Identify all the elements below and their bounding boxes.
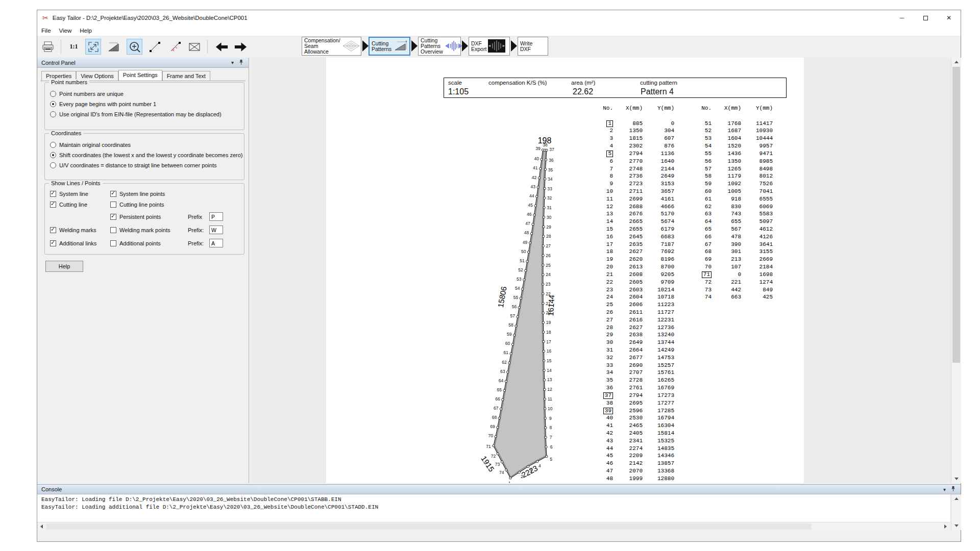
point-number-label: 1: [508, 481, 511, 483]
pattern-point: [543, 340, 545, 342]
zoom-one-to-one-button[interactable]: 1:1: [66, 39, 82, 55]
toolbar: 1:1 Compensation/ Seam AllowanceCutting …: [37, 36, 961, 58]
dxf-export-icon: [488, 39, 505, 54]
checkbox-icon[interactable]: [110, 214, 116, 220]
workflow-step-cutting-patterns[interactable]: Cutting Patterns: [369, 37, 410, 56]
show-pattern-button[interactable]: [106, 39, 121, 55]
point-number-label: 30: [547, 215, 552, 220]
workflow-step-dxf-export[interactable]: DXF Export: [469, 37, 510, 56]
point-numbers-option[interactable]: Use original ID's from EIN-file (Represe…: [50, 111, 244, 117]
print-button[interactable]: [40, 39, 56, 55]
menu-help[interactable]: Help: [76, 28, 96, 34]
pattern-point: [542, 255, 544, 257]
point-number-label: 63: [500, 369, 505, 374]
point-number-label: 37: [549, 147, 554, 152]
point-row: 664784126: [693, 233, 773, 241]
zoom-in-icon: [128, 40, 141, 54]
drawing-canvas[interactable]: scale 1:105 compensation K/S (%) area (m…: [252, 58, 951, 483]
back-button[interactable]: [214, 39, 230, 55]
canvas-vertical-scrollbar[interactable]: [951, 58, 961, 483]
checkbox-icon[interactable]: [50, 240, 56, 246]
console-horizontal-scrollbar[interactable]: [37, 522, 950, 530]
pattern-point: [525, 269, 527, 271]
console-header[interactable]: Console ▾: [37, 484, 961, 494]
chevron-down-icon[interactable]: ▾: [943, 487, 946, 492]
workflow-step-write-dxf[interactable]: Write DXF: [518, 37, 548, 56]
checkbox-icon[interactable]: [50, 191, 56, 197]
scroll-down-icon[interactable]: [951, 521, 961, 530]
scroll-left-icon[interactable]: [37, 522, 46, 531]
pattern-point: [501, 461, 503, 463]
minimize-button[interactable]: ─: [890, 10, 914, 26]
help-button[interactable]: Help: [45, 261, 83, 272]
select-region-button[interactable]: [186, 39, 202, 55]
coordinates-option[interactable]: U/V coordinates = distance to straigt li…: [50, 162, 244, 168]
console-vertical-scrollbar[interactable]: [951, 494, 961, 530]
workflow-step-compensation-seamallowance[interactable]: Compensation/ Seam Allowance: [302, 37, 361, 56]
prefix-input[interactable]: [209, 212, 223, 221]
scroll-down-icon[interactable]: [951, 474, 961, 483]
checkbox-icon[interactable]: [110, 240, 116, 246]
cutting-patterns-icon: [393, 39, 408, 54]
menu-file[interactable]: File: [37, 28, 55, 34]
point-row: 6010057041: [693, 188, 773, 195]
point-row: 25260611223: [595, 301, 674, 309]
point-numbers-option[interactable]: Every page begins with point number 1: [50, 101, 244, 107]
point-row: 21350304: [595, 127, 674, 135]
tab-point-settings[interactable]: Point Settings: [118, 70, 162, 81]
coordinates-group: Coordinates Maintain original coordinate…: [44, 133, 244, 180]
point-row: 1626456683: [595, 233, 674, 241]
chevron-down-icon[interactable]: ▾: [231, 60, 234, 65]
checkbox-icon[interactable]: [110, 191, 116, 197]
point-numbers-option[interactable]: Point numbers are unique: [50, 91, 244, 97]
scroll-up-icon[interactable]: [951, 58, 961, 66]
measure-points-button[interactable]: [167, 39, 183, 55]
zoom-in-button[interactable]: [127, 39, 142, 55]
point-row: 24260410718: [595, 293, 674, 301]
forward-button[interactable]: [233, 39, 249, 55]
point-table-column-2: No.X(mm)Y(mm)511768114175216871093053160…: [693, 105, 773, 301]
scroll-right-icon[interactable]: [941, 522, 950, 531]
pin-icon[interactable]: [239, 59, 243, 66]
point-number-label: 54: [515, 286, 520, 291]
prefix-input[interactable]: [209, 239, 223, 247]
fit-view-button[interactable]: [85, 39, 101, 55]
point-number-label: 9: [549, 416, 552, 421]
radio-icon[interactable]: [50, 101, 56, 107]
maximize-button[interactable]: [914, 10, 937, 26]
checkbox-icon[interactable]: [50, 227, 56, 233]
menu-view[interactable]: View: [55, 28, 76, 34]
pattern-point: [498, 417, 500, 419]
workflow-step-cutting-patterns-overview[interactable]: Cutting Patterns Overview: [418, 37, 461, 56]
radio-icon[interactable]: [50, 142, 56, 148]
coordinates-legend: Coordinates: [49, 130, 83, 136]
prefix-input[interactable]: [209, 226, 223, 234]
scroll-up-icon[interactable]: [951, 494, 961, 503]
point-number-label: 43: [530, 184, 535, 189]
measure-line-button[interactable]: [147, 39, 163, 55]
scrollbar-thumb[interactable]: [46, 523, 812, 530]
checkbox-icon[interactable]: [110, 227, 116, 233]
control-panel-header[interactable]: Control Panel ▾: [37, 58, 249, 68]
tab-frame-and-text[interactable]: Frame and Text: [162, 71, 210, 81]
radio-icon[interactable]: [50, 152, 56, 158]
coordinates-option[interactable]: Shift coordinates (the lowest x and the …: [50, 152, 244, 158]
pattern-point: [542, 321, 544, 323]
pattern-point: [517, 316, 519, 318]
coordinates-option[interactable]: Maintain original coordinates: [50, 142, 244, 148]
radio-icon[interactable]: [50, 111, 56, 117]
pin-icon[interactable]: [951, 486, 955, 493]
point-number-label: 61: [504, 350, 509, 355]
checkbox-icon[interactable]: [110, 202, 116, 208]
scrollbar-thumb[interactable]: [952, 67, 960, 363]
point-table-header: No.X(mm)Y(mm): [595, 105, 674, 112]
checkbox-icon[interactable]: [50, 202, 56, 208]
control-panel: Control Panel ▾ PropertiesView OptionsPo…: [37, 58, 249, 483]
radio-icon[interactable]: [50, 91, 56, 97]
prefix-label: Prefix:: [188, 227, 209, 233]
radio-icon[interactable]: [50, 162, 56, 168]
close-button[interactable]: ✕: [937, 10, 961, 26]
point-number-label: 69: [490, 424, 495, 429]
print-icon: [41, 40, 55, 54]
point-row: 28262712736: [595, 324, 674, 332]
